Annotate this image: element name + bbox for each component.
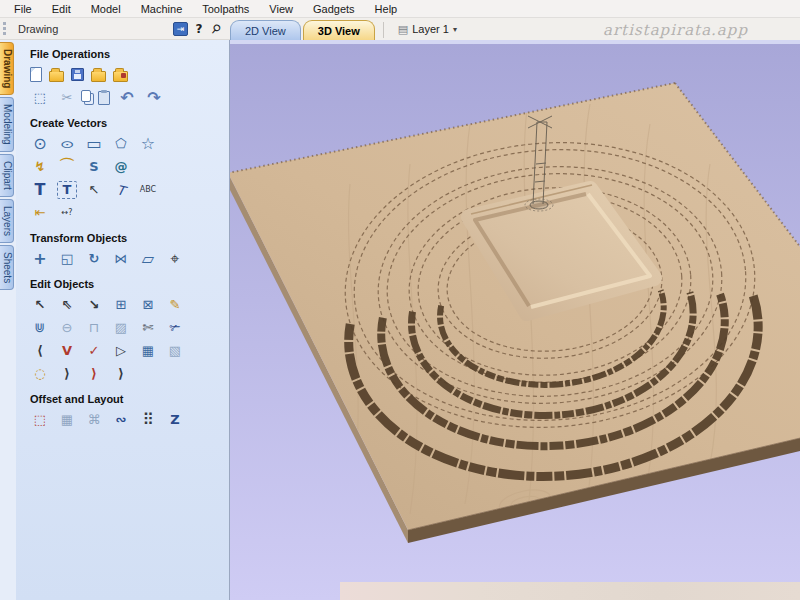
side-tab-modeling[interactable]: Modeling — [0, 97, 14, 152]
draw-curve-icon[interactable]: S — [84, 158, 104, 176]
toolbar-row: ⬚✂↶↷ — [30, 88, 229, 107]
distort-selection-icon[interactable]: ▱ — [138, 250, 158, 268]
copy-icon[interactable] — [81, 90, 91, 102]
copy-along-vectors-icon[interactable]: ∾ — [111, 411, 131, 429]
toolbar-separator — [383, 22, 384, 38]
cut-vector-icon[interactable]: ⟨ — [30, 342, 50, 360]
edit-picture-icon[interactable]: ▦ — [138, 342, 158, 360]
ungroup-objects-icon[interactable]: ⊠ — [138, 296, 158, 314]
menu-help[interactable]: Help — [365, 2, 408, 16]
hatch-vectors-icon[interactable]: ▨ — [111, 319, 131, 337]
offset-vectors-icon[interactable]: ⬚ — [30, 411, 50, 429]
toolbar-row: +◱↻⋈▱⌖ — [30, 249, 229, 268]
panel-drag-handle[interactable] — [3, 22, 6, 35]
menu-model[interactable]: Model — [81, 2, 131, 16]
toolbar-row: ⟨V✓▷▦▧ — [30, 341, 229, 360]
weld-vectors-icon[interactable]: ⋓ — [30, 319, 50, 337]
draw-dimension-icon[interactable]: ⇤ — [30, 204, 50, 222]
3d-scene — [230, 44, 800, 600]
draw-star-icon[interactable]: ☆ — [138, 135, 158, 153]
vector-validator-icon[interactable]: Z — [165, 411, 185, 429]
fillet-vectors-icon[interactable]: ◌ — [30, 365, 50, 383]
draw-rectangle-icon[interactable]: ▭ — [84, 135, 104, 153]
side-tab-clipart[interactable]: Clipart — [0, 154, 14, 197]
rotate-selection-icon[interactable]: ↻ — [84, 250, 104, 268]
close-vector-icon[interactable]: ▷ — [111, 342, 131, 360]
dog-bone-fillet-icon[interactable]: ⟩ — [84, 365, 104, 383]
interactive-trim-icon[interactable]: ✎ — [165, 296, 185, 314]
intersect-vectors-icon[interactable]: ⊓ — [84, 319, 104, 337]
view-tabs: 2D View3D View — [230, 20, 377, 40]
draw-circle-icon[interactable]: ⊙ — [30, 135, 50, 153]
drawing-panel-header: Drawing ⇥?⚲ — [0, 18, 230, 40]
toolbar-row: ↯⌒S@ — [30, 157, 229, 176]
layer-selector[interactable]: ▤ Layer 1 ▾ — [392, 20, 463, 38]
group-objects-icon[interactable]: ⊞ — [111, 296, 131, 314]
menu-file[interactable]: File — [4, 2, 42, 16]
edit-text-spacing-icon[interactable]: ↖ — [84, 181, 104, 199]
convert-text-to-curves-icon[interactable]: ABC — [138, 181, 158, 199]
fit-curve-icon[interactable]: ✓ — [84, 342, 104, 360]
cut-icon[interactable]: ✂ — [57, 89, 77, 107]
knife-tool-icon[interactable]: ✃ — [165, 319, 185, 337]
trim-vectors-icon[interactable]: ✄ — [138, 319, 158, 337]
select-tool-icon[interactable]: ↖ — [30, 296, 50, 314]
measure-tool-icon[interactable]: ↔? — [57, 204, 77, 222]
t-bone-fillet-icon[interactable]: ⟩ — [111, 365, 131, 383]
side-tab-drawing[interactable]: Drawing — [0, 42, 14, 95]
draw-text-icon[interactable]: T — [30, 181, 50, 199]
draw-text-box-icon[interactable]: T — [57, 181, 77, 199]
new-drawing-icon[interactable] — [30, 67, 42, 82]
section-title-transform-objects: Transform Objects — [30, 232, 229, 244]
undo-icon[interactable]: ↶ — [117, 89, 137, 107]
import-vectors-icon[interactable] — [91, 71, 106, 82]
pin-icon[interactable]: ⚲ — [207, 19, 225, 37]
toolbar-row: ⋓⊖⊓▨✄✃ — [30, 318, 229, 337]
3d-viewport[interactable] — [230, 44, 800, 600]
fillet-corner-icon[interactable]: ⟩ — [57, 365, 77, 383]
menu-toolpaths[interactable]: Toolpaths — [192, 2, 259, 16]
redo-icon[interactable]: ↷ — [144, 89, 164, 107]
interactive-move-icon[interactable]: ↘ — [84, 296, 104, 314]
draw-arc-icon[interactable]: ⌒ — [57, 158, 77, 176]
section-title-offset-and-layout: Offset and Layout — [30, 393, 229, 405]
subtract-vectors-icon[interactable]: ⊖ — [57, 319, 77, 337]
draw-spiral-icon[interactable]: @ — [111, 158, 131, 176]
text-on-curve-icon[interactable]: T — [109, 179, 132, 201]
save-drawing-icon[interactable] — [71, 68, 84, 81]
nest-parts-icon[interactable]: ⠿ — [138, 411, 158, 429]
side-tab-sheets[interactable]: Sheets — [0, 245, 14, 290]
menu-gadgets[interactable]: Gadgets — [303, 2, 365, 16]
dock-panel-icon[interactable]: ⇥ — [173, 22, 188, 36]
join-vectors-icon[interactable]: V — [57, 342, 77, 360]
align-selection-icon[interactable]: ⌖ — [165, 250, 185, 268]
draw-polyline-icon[interactable]: ↯ — [30, 158, 50, 176]
panel-header-icons: ⇥?⚲ — [173, 22, 222, 36]
layers-icon: ▤ — [398, 23, 408, 36]
view-tab-bar: 2D View3D View ▤ Layer 1 ▾ artistapirata… — [230, 18, 800, 40]
crop-picture-icon[interactable]: ▧ — [165, 342, 185, 360]
move-selection-icon[interactable]: + — [30, 250, 50, 268]
mirror-selection-icon[interactable]: ⋈ — [111, 250, 131, 268]
circular-copy-icon[interactable]: ⌘ — [84, 411, 104, 429]
array-copy-icon[interactable]: ▦ — [57, 411, 77, 429]
export-vectors-icon[interactable] — [113, 71, 128, 82]
layer-selector-label: Layer 1 — [412, 23, 449, 35]
tab-3d-view[interactable]: 3D View — [303, 20, 375, 40]
panel-side-tabs: DrawingModelingClipartLayersSheets — [0, 40, 16, 600]
menu-view[interactable]: View — [259, 2, 303, 16]
menu-edit[interactable]: Edit — [42, 2, 81, 16]
set-size-icon[interactable]: ◱ — [57, 250, 77, 268]
help-icon[interactable]: ? — [193, 22, 205, 36]
open-drawing-icon[interactable] — [49, 71, 64, 82]
side-tab-layers[interactable]: Layers — [0, 199, 14, 243]
bottom-window-edge — [340, 582, 800, 600]
paste-icon[interactable] — [98, 91, 110, 105]
draw-polygon-icon[interactable]: ⬠ — [111, 135, 131, 153]
tab-2d-view[interactable]: 2D View — [230, 20, 301, 40]
menu-machine[interactable]: Machine — [131, 2, 193, 16]
job-setup-icon[interactable]: ⬚ — [30, 89, 50, 107]
draw-ellipse-icon[interactable]: ⊙ — [54, 136, 81, 150]
node-edit-tool-icon[interactable]: ⇖ — [57, 296, 77, 314]
section-title-create-vectors: Create Vectors — [30, 117, 229, 129]
